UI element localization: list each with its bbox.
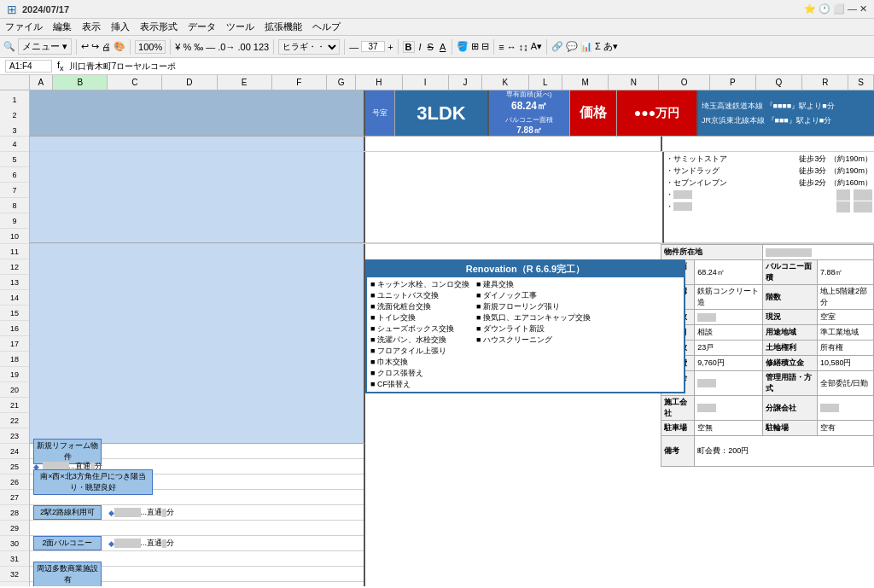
formula-content: 川口青木町7ローヤルコーポ [69,61,177,73]
link-icon[interactable]: 🔗 [551,41,563,52]
menu-extensions[interactable]: 拡張機能 [265,20,302,33]
menu-format[interactable]: 表示形式 [140,20,178,33]
renovation-box: Renovation（R 6.6.9完工） ■ キッチン水栓、コンロ交換 ■ ユ… [365,259,685,393]
price-value: ●●●万円 [617,90,698,136]
menu-expand[interactable]: メニュー ▾ [18,38,72,55]
grid-area: 号室 3LDK 専有面積(延べ) 68.24㎡ バルコニー面積 7.88㎡ 価格… [30,90,874,586]
borders-icon[interactable]: ⊞ [471,41,479,52]
renovation-title: Renovation（R 6.6.9完工） [367,261,684,277]
table-row: 築年数 ■■■■ 現況 空室 [661,310,874,325]
app-icon: ⊞ [7,3,17,16]
menu-edit[interactable]: 編集 [53,20,72,33]
comment-icon[interactable]: 💬 [566,41,578,52]
search-icon[interactable]: 🔍 [3,41,15,52]
fill-color-icon[interactable]: 🪣 [457,41,469,52]
title-bar: ⊞ 2024/07/17 ⭐ 🕐 ⬜ — ✕ [0,0,874,19]
price-label: 価格 [570,90,617,136]
redo-icon[interactable]: ↪ [91,41,99,52]
table-row: 総戸数 23戸 土地権利 所有権 [661,341,874,356]
table-row: 専有面積 68.24㎡ バルコニー面積 7.88㎡ [661,260,874,285]
fontsize-input[interactable] [361,41,385,52]
table-row: 駐車場 空無 駐輪場 空有 [661,421,874,436]
filename: 2024/07/17 [22,4,69,15]
menu-file[interactable]: ファイル [5,20,43,33]
main-content-area: 新規リフォーム物件 ◆■■■駅へ...直通■分 南×西×北3方角住戸につき陽当り… [30,244,874,586]
table-row: 物件所在地 ■■■■■■■■■■ [661,245,874,260]
table-row: 施工会社 ■■■■ 分譲会社 ■■■■ [661,396,874,421]
table-row: 管理費 9,760円 修繕積立金 10,580円 [661,356,874,371]
print-icon[interactable]: 🖨 [102,42,111,52]
bold-button[interactable]: B [403,41,415,53]
undo-icon[interactable]: ↩ [81,41,89,52]
menu-help[interactable]: ヘルプ [312,20,341,33]
menu-bar: ファイル 編集 表示 挿入 表示形式 データ ツール 拡張機能 ヘルプ [0,19,874,36]
spreadsheet: A B C D E F G H I J K L M N O P Q R S 12… [0,75,874,586]
menu-insert[interactable]: 挿入 [111,20,130,33]
align-left[interactable]: ≡ [498,42,504,52]
madori-cell: 3LDK [395,90,489,136]
menu-view[interactable]: 表示 [82,20,101,33]
italic-button[interactable]: I [417,42,423,52]
paintformat-icon[interactable]: 🎨 [114,41,125,52]
row4 [30,137,874,152]
menu-tools[interactable]: ツール [226,20,254,33]
row-numbers: 123 4 5 6 7 8 9 10 11 12 13 14 15 16 17 … [0,90,30,586]
underline-button[interactable]: A [438,42,447,52]
strikethrough-button[interactable]: S [426,42,435,52]
col-headers: A B C D E F G H I J K L M N O P Q R S [0,75,874,90]
table-row: 引渡日 相談 用途地域 準工業地域 [661,325,874,341]
merge-icon[interactable]: ⊟ [481,41,489,52]
info-table: 物件所在地 ■■■■■■■■■■ 専有面積 68.24㎡ バルコニー面積 7.8… [661,244,874,467]
menu-data[interactable]: データ [188,20,216,33]
table-row: 建物構造 鉄筋コンクリート造 階数 地上5階建2部分 [661,285,874,310]
toolbar: 🔍 メニュー ▾ ↩ ↪ 🖨 🎨 100% ¥ % ‰ — .0→ .00 12… [0,36,874,58]
cell-ref[interactable]: A1:F4 [5,60,52,73]
decrease-decimal[interactable]: .0→ [218,42,235,52]
increase-decimal[interactable]: .00 [237,42,250,52]
font-select[interactable]: ヒラギ・・ [278,39,340,55]
property-header-row: 号室 3LDK 専有面積(延べ) 68.24㎡ バルコニー面積 7.88㎡ 価格… [30,90,874,137]
formula-bar: A1:F4 fx 川口青木町7ローヤルコーポ [0,58,874,75]
sheet-body: 123 4 5 6 7 8 9 10 11 12 13 14 15 16 17 … [0,90,874,586]
text-color-icon[interactable]: A▾ [531,41,542,52]
table-row: 管理会社 ■■■■ 管理用語・方式 全部委託/日勤 [661,371,874,396]
zoom-select[interactable]: 100% [135,40,166,54]
chart-icon[interactable]: 📊 [580,41,592,52]
